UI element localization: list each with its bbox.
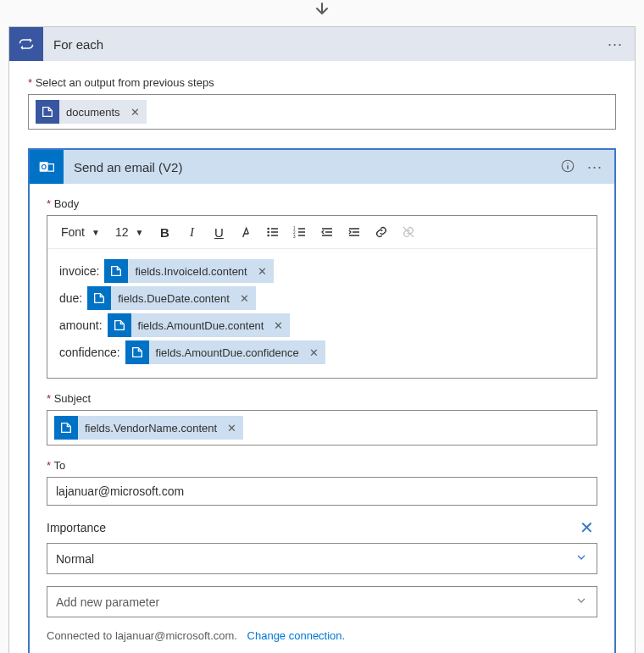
body-line: due: fields.DueDate.content ✕: [59, 286, 585, 310]
token-documents[interactable]: documents ✕: [36, 100, 147, 124]
token-text: fields.DueDate.content: [111, 292, 236, 305]
outdent-button[interactable]: [316, 221, 338, 243]
line-label: confidence:: [59, 346, 120, 359]
token-invoice[interactable]: fields.InvoiceId.content ✕: [104, 259, 273, 283]
importance-label: Importance: [47, 521, 106, 534]
email-body: Body Font ▼ 12 ▼ B I: [30, 184, 614, 653]
svg-rect-4: [567, 165, 569, 169]
remove-importance-button[interactable]: ✕: [576, 517, 597, 538]
color-button[interactable]: [235, 221, 257, 243]
chevron-down-icon: [575, 551, 588, 567]
foreach-body: Select an output from previous steps doc…: [9, 61, 635, 653]
svg-point-6: [268, 231, 270, 234]
token-remove[interactable]: ✕: [270, 319, 290, 332]
email-more-button[interactable]: ···: [587, 159, 602, 174]
token-remove[interactable]: ✕: [224, 422, 243, 434]
indent-button[interactable]: [343, 221, 365, 243]
link-button[interactable]: [370, 221, 392, 243]
token-remove[interactable]: ✕: [254, 265, 274, 278]
token-text: fields.VendorName.content: [78, 422, 224, 434]
caret-down-icon: ▼: [92, 228, 100, 237]
svg-point-5: [268, 228, 270, 230]
subject-label: Subject: [47, 392, 597, 405]
line-label: invoice:: [59, 264, 99, 278]
font-label: Font: [61, 225, 85, 239]
output-label: Select an output from previous steps: [28, 76, 616, 89]
unlink-button: [397, 221, 419, 243]
add-param-text: Add new parameter: [56, 595, 159, 609]
chevron-down-icon: [575, 594, 588, 610]
foreach-header[interactable]: For each ···: [9, 27, 635, 61]
loop-icon: [9, 27, 43, 61]
underline-button[interactable]: U: [208, 221, 230, 243]
body-label: Body: [47, 197, 597, 210]
italic-button[interactable]: I: [180, 221, 203, 243]
svg-text:3: 3: [293, 235, 296, 239]
token-icon: [125, 340, 149, 364]
token-text: fields.InvoiceId.content: [128, 265, 253, 278]
email-header[interactable]: O Send an email (V2) ···: [30, 150, 614, 184]
token-remove[interactable]: ✕: [127, 106, 147, 119]
to-input[interactable]: lajanuar@microsoft.com: [47, 477, 597, 506]
token-icon: [108, 313, 131, 337]
connection-footer: Connected to lajanuar@microsoft.com. Cha…: [47, 629, 597, 642]
foreach-card: For each ··· Select an output from previ…: [8, 26, 636, 653]
subject-input[interactable]: fields.VendorName.content ✕: [47, 410, 597, 445]
rte-container: Font ▼ 12 ▼ B I U: [47, 215, 597, 379]
svg-text:O: O: [41, 163, 47, 171]
email-title: Send an email (V2): [64, 160, 560, 174]
token-text: fields.AmountDue.content: [131, 319, 271, 332]
token-icon: [104, 259, 128, 283]
token-icon: [87, 286, 111, 310]
token-text: fields.AmountDue.confidence: [149, 346, 306, 359]
line-label: amount:: [59, 318, 103, 332]
svg-point-3: [567, 163, 569, 164]
caret-down-icon: ▼: [136, 228, 144, 237]
importance-select[interactable]: Normal: [47, 543, 597, 574]
token-vendor[interactable]: fields.VendorName.content ✕: [54, 416, 243, 440]
token-remove[interactable]: ✕: [306, 346, 325, 359]
token-icon: [54, 416, 78, 440]
connector-arrow: [8, 0, 636, 26]
connected-text: Connected to lajanuar@microsoft.com.: [47, 629, 237, 642]
change-connection-link[interactable]: Change connection.: [247, 629, 346, 642]
font-size-select[interactable]: 12 ▼: [110, 224, 148, 241]
email-card: O Send an email (V2) ··· Body: [28, 148, 616, 653]
token-remove[interactable]: ✕: [236, 292, 256, 305]
foreach-title: For each: [43, 37, 608, 52]
foreach-more-button[interactable]: ···: [608, 36, 623, 52]
outlook-icon: O: [30, 150, 64, 184]
add-parameter-select[interactable]: Add new parameter: [47, 586, 597, 617]
bold-button[interactable]: B: [153, 221, 175, 243]
font-select[interactable]: Font ▼: [56, 224, 105, 241]
rte-body[interactable]: invoice: fields.InvoiceId.content ✕ due:: [47, 249, 597, 378]
line-label: due:: [59, 291, 82, 305]
token-confidence[interactable]: fields.AmountDue.confidence ✕: [125, 340, 325, 364]
to-label: To: [47, 459, 597, 472]
output-input[interactable]: documents ✕: [28, 94, 616, 130]
token-amount[interactable]: fields.AmountDue.content ✕: [108, 313, 291, 337]
body-line: invoice: fields.InvoiceId.content ✕: [59, 259, 585, 283]
token-due[interactable]: fields.DueDate.content ✕: [87, 286, 256, 310]
number-list-button[interactable]: 123: [289, 221, 311, 243]
importance-value: Normal: [56, 552, 94, 566]
rte-toolbar: Font ▼ 12 ▼ B I U: [47, 216, 597, 249]
bullet-list-button[interactable]: [262, 221, 284, 243]
svg-point-7: [268, 235, 270, 237]
token-text: documents: [59, 106, 127, 119]
body-line: amount: fields.AmountDue.content ✕: [59, 313, 585, 337]
info-button[interactable]: [560, 158, 575, 176]
token-icon: [36, 100, 59, 124]
font-size: 12: [115, 225, 129, 239]
importance-row: Importance ✕: [47, 517, 597, 538]
body-line: confidence: fields.AmountDue.confidence …: [59, 340, 585, 364]
